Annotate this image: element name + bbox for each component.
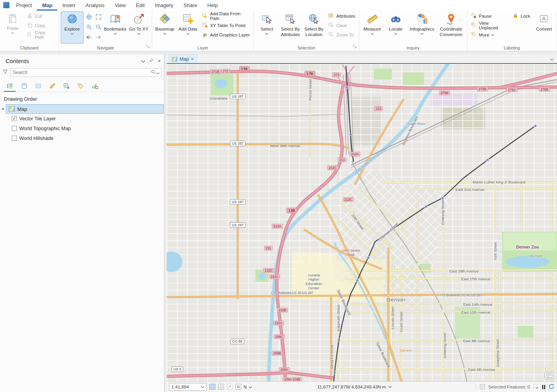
tree-item-world-topographic-map[interactable]: World Topographic Map [0,123,164,133]
layer-checkbox[interactable] [12,126,17,131]
zoom-to-button[interactable]: Zoom To [326,30,357,40]
copy-path-button[interactable]: Copy Path [25,30,57,40]
fixed-zoom-out-icon[interactable] [95,24,102,32]
close-icon[interactable]: × [158,58,161,64]
selection-dialog-launcher-icon[interactable] [353,44,357,50]
menu-item-analysis[interactable]: Analysis [80,0,109,11]
search-input[interactable] [13,70,151,75]
tree-item-world-hillshade[interactable]: World Hillshade [0,133,164,143]
pin-icon[interactable] [149,58,154,64]
tab-selection[interactable] [32,81,44,92]
tab-close-icon[interactable]: × [191,56,194,62]
map-canvas[interactable]: 271B272I 70I 70273275B275B276A276BGrandv… [167,64,557,381]
grid-icon[interactable] [218,383,224,391]
copy-label: Copy [35,23,46,28]
menu-item-edit[interactable]: Edit [131,0,149,11]
overview-icon[interactable] [544,372,554,379]
drawing-order-heading: Drawing Order [0,92,164,104]
panel-menu-chevron-icon[interactable] [141,58,145,64]
filter-icon[interactable] [2,69,8,76]
chevron-down-icon[interactable] [388,386,392,388]
divider [476,384,476,390]
add-data-button[interactable]: Add Data [177,11,199,44]
infographics-button[interactable]: Infographics [408,11,436,44]
select-by-location-button[interactable]: Select By Location [302,11,325,44]
view-options-chevron-icon[interactable] [550,56,554,62]
bookmarks-button[interactable]: Bookmarks [104,11,127,44]
menu-item-share[interactable]: Share [178,0,202,11]
snapping-chevron-icon[interactable] [249,385,252,389]
north-arrow-icon[interactable]: N [244,385,247,389]
tab-data-source[interactable] [18,81,30,92]
tab-snapping[interactable] [60,81,72,92]
search-icon[interactable] [151,69,156,76]
previous-extent-icon[interactable] [86,34,93,42]
tab-drawing-order[interactable] [4,81,16,92]
measure-button[interactable]: Measure [361,11,384,44]
copy-icon [27,22,33,29]
menu-item-imagery[interactable]: Imagery [150,0,178,11]
tab-editing[interactable] [46,81,58,92]
add-graphics-layer-button[interactable]: Add Graphics Layer [200,30,252,40]
add-data-from-path-button[interactable]: Add Data From Path [200,11,252,21]
select-by-attributes-label: Select By Attributes [280,27,300,38]
fixed-zoom-in-icon[interactable] [86,24,93,32]
selected-features-icon [479,384,485,390]
menu-item-map[interactable]: Map [37,0,57,11]
zoom-full-extent-icon[interactable] [86,13,93,22]
map-statusbar: 1:41,884 N 11,677,247.87W 4,834,249.43N … [167,381,557,392]
lock-labels-button[interactable]: Lock [510,11,532,21]
coordinate-conversion-button[interactable]: Coordinate Conversion [437,11,465,44]
navigate-dialog-launcher-icon[interactable] [146,44,150,50]
expander-icon[interactable] [0,106,5,112]
tab-labeling[interactable] [75,81,86,92]
view-unplaced-button[interactable]: View Unplaced [469,21,510,30]
copy-button[interactable]: Copy [25,21,57,30]
xy-table-to-point-button[interactable]: XY Table To Point [200,21,252,30]
ribbon-group-labeling: Pause View Unplaced More Lock [467,11,557,51]
map-thumbnail-icon [9,106,15,112]
edit-grid-icon[interactable] [226,383,233,391]
explore-button[interactable]: Explore [61,11,84,44]
selection-mode-icon[interactable] [209,383,216,391]
cut-button[interactable]: Cut [25,11,57,21]
select-by-attributes-button[interactable]: Select By Attributes [279,11,302,44]
menu-item-view[interactable]: View [109,0,131,11]
view-unplaced-icon [471,22,477,29]
convert-labels-button[interactable]: A Convert [533,11,555,44]
menu-item-project[interactable]: Project [11,0,37,11]
more-button[interactable]: More [469,30,510,40]
pause-labeling-button[interactable]: Pause [469,11,510,21]
layer-checkbox[interactable] [12,136,17,141]
chevron-down-icon [265,33,268,35]
menu-item-help[interactable]: Help [202,0,223,11]
tab-charts[interactable] [89,81,100,92]
attributes-button[interactable]: Attributes [326,11,357,21]
pause-icon [471,13,477,20]
map-document-tab[interactable]: Map × [168,54,197,63]
more-icon [471,31,477,38]
clear-button[interactable]: Clear [326,21,357,30]
group-label-layer: Layer [197,45,208,50]
select-icon [261,13,273,26]
locate-button[interactable]: Locate [384,11,407,44]
go-to-xy-button[interactable]: Go To XY [127,11,150,44]
clear-selection-icon[interactable] [533,384,539,390]
search-options-chevron-icon[interactable] [156,70,160,76]
menu-item-insert[interactable]: Insert [57,0,80,11]
locate-label: Locate [389,27,403,32]
select-button[interactable]: Select [255,11,278,44]
refresh-icon[interactable] [548,383,555,390]
next-extent-icon[interactable] [95,34,102,42]
tree-item-map[interactable]: Map [6,104,164,114]
view-tabbar: Map × [167,54,557,64]
snap-grid-icon[interactable] [235,383,242,391]
basemap-button[interactable]: Basemap [154,11,176,44]
layer-checkbox[interactable]: ✓ [12,116,17,121]
scale-combobox[interactable]: 1:41,884 [169,383,207,391]
paste-button[interactable]: Paste [2,11,24,44]
pause-drawing-icon[interactable] [542,385,545,389]
tree-item-vector-tile-layer[interactable]: ✓Vector Tile Layer [0,114,164,123]
fixed-extent-icon[interactable] [95,13,102,22]
locate-icon [390,13,402,26]
